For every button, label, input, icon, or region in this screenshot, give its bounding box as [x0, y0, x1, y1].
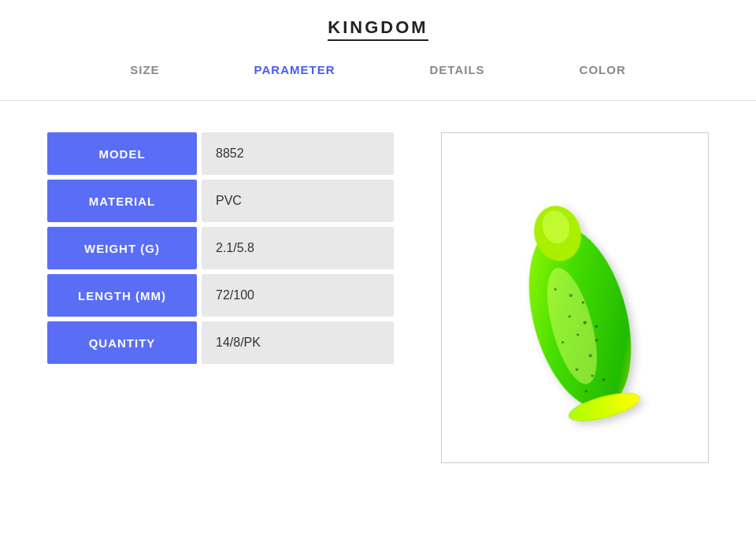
param-table: MODEL8852MATERIALPVCWEIGHT (g)2.1/5.8LEN…	[47, 132, 394, 463]
param-value: 8852	[202, 132, 394, 175]
param-value: PVC	[202, 180, 394, 222]
main-content: MODEL8852MATERIALPVCWEIGHT (g)2.1/5.8LEN…	[0, 101, 756, 487]
param-row: MATERIALPVC	[47, 180, 394, 222]
product-image	[442, 148, 708, 447]
nav-tab-size[interactable]: SIZE	[130, 63, 159, 76]
param-label-length--mm-: LENGTH (mm)	[47, 274, 197, 317]
product-image-container	[441, 132, 709, 463]
param-value: 72/100	[202, 274, 394, 317]
param-label-quantity: QUANTITY	[47, 321, 197, 364]
param-label-model: MODEL	[47, 132, 197, 175]
nav-tab-details[interactable]: DETAILS	[430, 63, 485, 76]
nav-tab-parameter[interactable]: PARAMETER	[254, 63, 335, 76]
param-row: QUANTITY14/8/PK	[47, 321, 394, 364]
param-row: WEIGHT (g)2.1/5.8	[47, 227, 394, 269]
param-value: 2.1/5.8	[202, 227, 394, 269]
nav-tabs: SIZEPARAMETERDETAILSCOLOR	[0, 49, 756, 101]
param-label-material: MATERIAL	[47, 180, 197, 222]
param-row: LENGTH (mm)72/100	[47, 274, 394, 317]
brand-logo: KINGDOM	[328, 17, 428, 41]
param-row: MODEL8852	[47, 132, 394, 175]
param-value: 14/8/PK	[202, 321, 394, 364]
logo-area: KINGDOM	[0, 0, 756, 49]
nav-tab-color[interactable]: COLOR	[580, 63, 626, 76]
param-label-weight--g-: WEIGHT (g)	[47, 227, 197, 269]
